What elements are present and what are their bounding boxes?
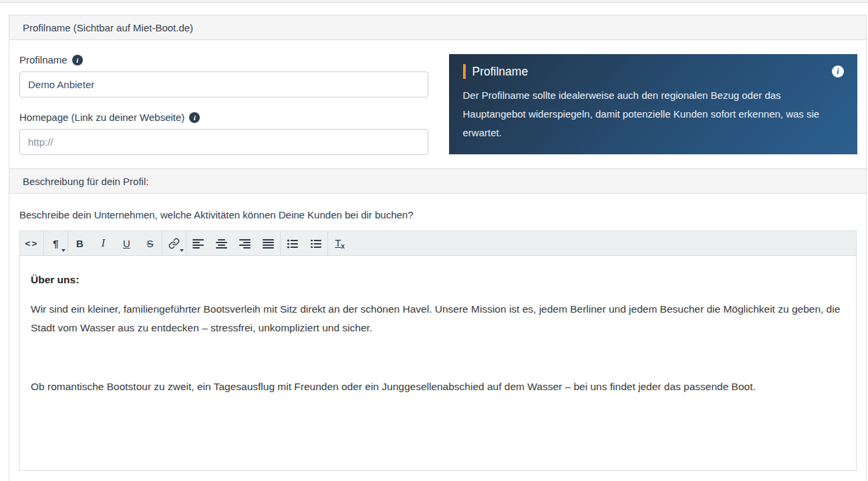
editor-toolbar: <> ¶ B I U <box>20 231 856 256</box>
align-left-button[interactable] <box>186 231 210 255</box>
profilname-section-body: Profilname Homepage (Link zu deiner Webs… <box>9 40 866 168</box>
homepage-label: Homepage (Link zu deiner Webseite) <box>19 112 428 123</box>
remove-format-button[interactable]: Tx <box>328 231 351 255</box>
pilcrow-icon: ¶ <box>53 238 58 249</box>
editor-content-area[interactable]: Über uns: Wir sind ein kleiner, familien… <box>20 256 856 470</box>
align-justify-icon <box>263 238 274 249</box>
code-icon: <> <box>25 238 39 249</box>
align-center-button[interactable] <box>210 231 233 255</box>
profile-form-column: Profilname Homepage (Link zu deiner Webs… <box>19 54 428 155</box>
richtext-editor: <> ¶ B I U <box>19 230 857 471</box>
link-icon <box>168 238 180 249</box>
align-right-button[interactable] <box>233 231 257 255</box>
section-header-beschreibung: Beschreibung für dein Profil: <box>9 168 866 194</box>
italic-icon: I <box>102 237 105 249</box>
profilname-infobox: Profilname Der Profilname sollte idealer… <box>449 54 858 154</box>
chevron-down-icon <box>180 249 184 252</box>
info-icon[interactable] <box>72 55 83 65</box>
toolbar-group-lists <box>280 231 327 255</box>
section-header-profilname: Profilname (Sichtbar auf Miet-Boot.de) <box>9 15 866 40</box>
align-justify-button[interactable] <box>257 231 280 255</box>
align-right-icon <box>239 238 251 249</box>
view-html-button[interactable]: <> <box>20 231 43 255</box>
bold-icon: B <box>76 238 84 249</box>
toolbar-group-remove-format: Tx <box>327 231 351 255</box>
info-circle-icon <box>832 65 844 77</box>
remove-format-icon: Tx <box>335 237 345 250</box>
info-icon[interactable] <box>189 112 200 123</box>
paragraph-format-button[interactable]: ¶ <box>44 231 67 255</box>
previous-panel-edge <box>0 0 868 3</box>
toolbar-group-text-style: B I U S <box>67 231 162 255</box>
toolbar-group-align <box>186 231 280 255</box>
toolbar-group-formatting: ¶ <box>43 231 67 255</box>
profilname-label: Profilname <box>19 54 428 65</box>
underline-button[interactable]: U <box>115 231 138 255</box>
strikethrough-button[interactable]: S <box>138 231 162 255</box>
underline-icon: U <box>123 238 130 249</box>
section-header-beschreibung-label: Beschreibung für dein Profil: <box>23 176 148 187</box>
link-button[interactable] <box>162 231 186 255</box>
profile-settings-panel: Profilname (Sichtbar auf Miet-Boot.de) P… <box>9 15 867 481</box>
infobox-title: Profilname <box>463 64 529 79</box>
homepage-input[interactable] <box>19 129 428 155</box>
unordered-list-button[interactable] <box>281 231 304 255</box>
infobox-text: Der Profilname sollte idealerweise auch … <box>463 86 845 142</box>
ordered-list-button[interactable] <box>304 231 327 255</box>
chevron-down-icon <box>61 249 65 252</box>
italic-button[interactable]: I <box>92 231 115 255</box>
unordered-list-icon <box>287 238 298 249</box>
align-center-icon <box>216 238 227 249</box>
strikethrough-icon: S <box>146 238 153 249</box>
beschreibung-section-body: Beschreibe dein Unternehmen, welche Akti… <box>9 194 866 481</box>
bold-button[interactable]: B <box>68 231 92 255</box>
toolbar-group-link <box>162 231 186 255</box>
editor-heading: Über uns: <box>31 271 845 289</box>
align-left-icon <box>192 238 204 249</box>
description-question: Beschreibe dein Unternehmen, welche Akti… <box>19 209 857 220</box>
section-header-profilname-label: Profilname (Sichtbar auf Miet-Boot.de) <box>23 22 193 33</box>
editor-paragraph: Wir sind ein kleiner, familiengeführter … <box>31 300 845 337</box>
editor-paragraph: Ob romantische Bootstour zu zweit, ein T… <box>31 377 845 396</box>
toolbar-group-html: <> <box>20 231 43 255</box>
profilname-input[interactable] <box>19 71 428 98</box>
ordered-list-icon <box>310 238 321 249</box>
